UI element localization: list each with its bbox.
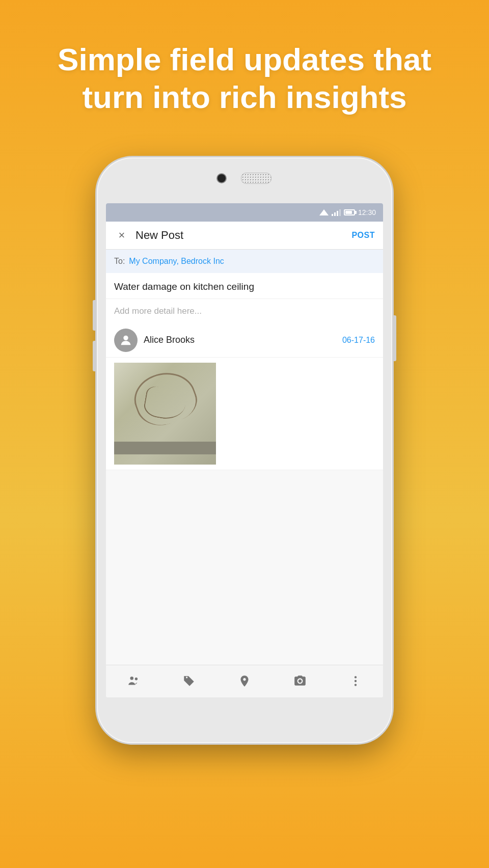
people-icon bbox=[127, 674, 140, 688]
status-time: 12:30 bbox=[358, 208, 376, 216]
power-button bbox=[393, 315, 396, 361]
ceiling-strip bbox=[114, 442, 216, 454]
more-icon bbox=[349, 674, 362, 688]
person-icon bbox=[119, 333, 133, 347]
image-area bbox=[106, 357, 383, 470]
app-header: × New Post POST bbox=[106, 222, 383, 250]
post-button[interactable]: POST bbox=[351, 231, 375, 240]
wifi-icon bbox=[319, 209, 329, 215]
signal-bar-2 bbox=[334, 212, 336, 216]
post-date: 06-17-16 bbox=[342, 336, 375, 345]
battery-icon bbox=[344, 209, 355, 215]
tag-button[interactable] bbox=[182, 674, 196, 688]
volume-button-down bbox=[93, 341, 96, 371]
svg-point-0 bbox=[123, 335, 128, 340]
phone-shell: 12:30 × New Post POST To: My Company, Be… bbox=[97, 157, 392, 743]
page-headline: Simple field updates that turn into rich… bbox=[0, 41, 489, 117]
scroll-area bbox=[106, 470, 383, 665]
to-label: To: bbox=[114, 257, 125, 266]
svg-point-2 bbox=[135, 677, 138, 680]
author-row: Alice Brooks 06-17-16 bbox=[106, 323, 383, 357]
body-field[interactable]: Add more detail here... bbox=[106, 299, 383, 323]
subject-text: Water damage on kitchen ceiling bbox=[114, 281, 254, 292]
svg-point-5 bbox=[354, 684, 356, 686]
phone-top-bar bbox=[218, 173, 271, 184]
phone-mockup: 12:30 × New Post POST To: My Company, Be… bbox=[97, 157, 392, 743]
signal-icon bbox=[332, 209, 341, 216]
location-icon bbox=[238, 674, 251, 688]
avatar bbox=[114, 329, 138, 352]
author-info: Alice Brooks bbox=[114, 329, 195, 352]
author-name: Alice Brooks bbox=[144, 335, 195, 345]
signal-bar-1 bbox=[332, 214, 333, 216]
camera-icon bbox=[293, 674, 307, 688]
svg-point-4 bbox=[354, 680, 356, 682]
bottom-toolbar bbox=[106, 665, 383, 697]
to-value: My Company, Bedrock Inc bbox=[129, 257, 224, 266]
close-button[interactable]: × bbox=[114, 229, 129, 242]
more-button[interactable] bbox=[349, 674, 362, 688]
signal-bar-3 bbox=[337, 211, 338, 216]
subject-field[interactable]: Water damage on kitchen ceiling bbox=[106, 273, 383, 299]
svg-point-3 bbox=[354, 676, 356, 679]
to-field[interactable]: To: My Company, Bedrock Inc bbox=[106, 250, 383, 273]
people-button[interactable] bbox=[127, 674, 140, 688]
svg-point-1 bbox=[130, 677, 134, 681]
speaker-icon bbox=[241, 173, 271, 184]
front-camera-icon bbox=[218, 174, 226, 182]
camera-button[interactable] bbox=[293, 674, 307, 688]
signal-bar-4 bbox=[339, 209, 341, 216]
post-title: New Post bbox=[135, 229, 351, 242]
status-bar: 12:30 bbox=[106, 203, 383, 222]
status-icons: 12:30 bbox=[319, 208, 376, 216]
location-button[interactable] bbox=[238, 674, 251, 688]
phone-screen: 12:30 × New Post POST To: My Company, Be… bbox=[106, 203, 383, 697]
body-placeholder: Add more detail here... bbox=[114, 306, 202, 316]
tag-icon bbox=[182, 674, 196, 688]
battery-fill bbox=[345, 211, 352, 214]
volume-button-up bbox=[93, 300, 96, 331]
damage-photo bbox=[114, 363, 216, 465]
damage-photo-inner bbox=[114, 363, 216, 465]
